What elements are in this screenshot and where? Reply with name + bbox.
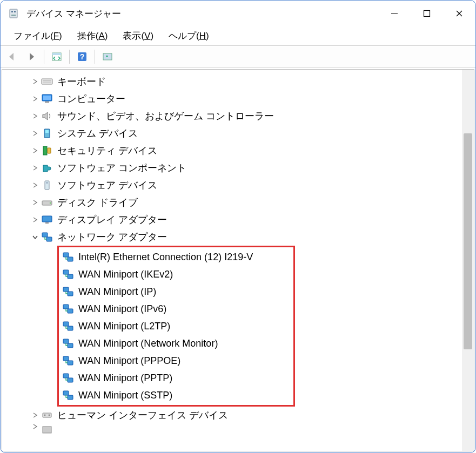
- tree-node-network[interactable]: ネットワーク アダプター: [4, 228, 462, 246]
- vertical-scrollbar[interactable]: [462, 70, 474, 451]
- keyboard-icon: [41, 76, 53, 87]
- tree-node-display[interactable]: ディスプレイ アダプター: [4, 211, 462, 228]
- maximize-button[interactable]: [411, 1, 443, 26]
- menu-help[interactable]: ヘルプ(H): [161, 26, 217, 45]
- tree-node-security[interactable]: セキュリティ デバイス: [4, 142, 462, 159]
- device-icon: [41, 424, 53, 434]
- disk-icon: [41, 197, 53, 208]
- tree-node-disk[interactable]: ディスク ドライブ: [4, 194, 462, 211]
- tree-label: ヒューマン インターフェイス デバイス: [57, 409, 228, 422]
- chevron-right-icon[interactable]: [30, 200, 40, 205]
- tree-node-adapter[interactable]: WAN Miniport (IPv6): [59, 300, 293, 317]
- tree-label: ディスプレイ アダプター: [57, 213, 167, 226]
- display-icon: [41, 214, 53, 226]
- svg-rect-13: [42, 79, 52, 84]
- tree-node-computer[interactable]: コンピューター: [4, 90, 462, 107]
- tree-label: セキュリティ デバイス: [57, 144, 157, 157]
- adapter-icon: [62, 355, 74, 367]
- tree-label: Intel(R) Ethernet Connection (12) I219-V: [78, 252, 253, 263]
- adapter-icon: [62, 320, 74, 332]
- chevron-right-icon[interactable]: [30, 96, 40, 102]
- tree-label: WAN Miniport (IP): [78, 286, 156, 298]
- menu-file[interactable]: ファイル(F): [6, 26, 70, 45]
- device-tree[interactable]: キーボード コンピューター サウンド、ビデオ、およびゲーム コントローラー シス…: [2, 70, 462, 451]
- highlighted-region: Intel(R) Ethernet Connection (12) I219-V…: [57, 246, 295, 407]
- tree-node-adapter[interactable]: WAN Miniport (IKEv2): [59, 266, 293, 283]
- chevron-right-icon[interactable]: [30, 217, 40, 222]
- chevron-right-icon[interactable]: [30, 131, 40, 136]
- tree-node-system[interactable]: システム デバイス: [4, 125, 462, 142]
- chevron-right-icon[interactable]: [30, 113, 40, 119]
- tree-node-hid[interactable]: ヒューマン インターフェイス デバイス: [4, 407, 462, 424]
- svg-rect-22: [48, 148, 51, 153]
- tree-node-adapter[interactable]: WAN Miniport (PPTP): [59, 369, 293, 387]
- adapter-icon: [62, 303, 74, 315]
- toolbar-sep: [44, 50, 44, 64]
- chevron-right-icon[interactable]: [30, 424, 40, 429]
- svg-rect-34: [68, 274, 73, 279]
- close-button[interactable]: [443, 1, 475, 26]
- tree-node-softdev[interactable]: ソフトウェア デバイス: [4, 177, 462, 194]
- softdev-icon: [41, 179, 53, 191]
- svg-rect-0: [10, 9, 17, 18]
- content-area: キーボード コンピューター サウンド、ビデオ、およびゲーム コントローラー シス…: [1, 67, 475, 452]
- svg-rect-9: [52, 53, 61, 55]
- svg-rect-49: [43, 413, 51, 417]
- tree-node-partial[interactable]: [4, 424, 462, 434]
- help-button[interactable]: ?: [74, 49, 90, 65]
- tree-node-adapter[interactable]: WAN Miniport (IP): [59, 283, 293, 300]
- adapter-icon: [62, 372, 74, 384]
- chevron-right-icon[interactable]: [30, 165, 40, 171]
- scrollbar-thumb[interactable]: [464, 133, 472, 349]
- svg-rect-47: [63, 391, 69, 395]
- tree-label: ソフトウェア デバイス: [57, 179, 157, 192]
- speaker-icon: [41, 110, 53, 122]
- menu-action[interactable]: 操作(A): [70, 26, 116, 45]
- menu-view[interactable]: 表示(V): [115, 26, 161, 45]
- svg-point-50: [44, 415, 46, 416]
- tree-node-adapter[interactable]: WAN Miniport (SSTP): [59, 387, 293, 404]
- svg-rect-41: [63, 339, 69, 343]
- tree-node-keyboard[interactable]: キーボード: [4, 73, 462, 90]
- tree-node-adapter[interactable]: WAN Miniport (L2TP): [59, 317, 293, 335]
- tree-node-adapter[interactable]: Intel(R) Ethernet Connection (12) I219-V: [59, 248, 293, 266]
- forward-button[interactable]: [23, 49, 39, 65]
- svg-rect-43: [63, 356, 69, 361]
- back-button[interactable]: [4, 49, 20, 65]
- svg-rect-32: [68, 257, 73, 261]
- svg-rect-5: [424, 11, 430, 17]
- properties-button[interactable]: [49, 49, 65, 65]
- svg-rect-39: [63, 322, 69, 326]
- tree-node-component[interactable]: ソフトウェア コンポーネント: [4, 159, 462, 177]
- svg-rect-3: [11, 15, 16, 16]
- svg-rect-29: [42, 233, 48, 237]
- scan-hardware-button[interactable]: [99, 49, 116, 65]
- tree-node-sound[interactable]: サウンド、ビデオ、およびゲーム コントローラー: [4, 107, 462, 125]
- tree-node-adapter[interactable]: WAN Miniport (Network Monitor): [59, 335, 293, 352]
- computer-icon: [41, 93, 53, 105]
- chevron-right-icon[interactable]: [30, 182, 40, 188]
- svg-rect-35: [63, 287, 69, 292]
- tree-label: ネットワーク アダプター: [57, 231, 167, 244]
- system-icon: [41, 127, 53, 139]
- tree-label: コンピューター: [57, 92, 125, 105]
- svg-rect-52: [43, 427, 51, 433]
- svg-rect-46: [68, 378, 73, 382]
- titlebar[interactable]: デバイス マネージャー: [1, 1, 475, 26]
- minimize-button[interactable]: [378, 1, 411, 26]
- chevron-right-icon[interactable]: [30, 79, 40, 84]
- tree-node-adapter[interactable]: WAN Miniport (PPPOE): [59, 352, 293, 369]
- svg-rect-44: [68, 361, 73, 365]
- tree-label: WAN Miniport (Network Monitor): [78, 338, 218, 349]
- svg-rect-45: [63, 374, 69, 378]
- chevron-right-icon[interactable]: [30, 413, 40, 418]
- adapter-icon: [62, 337, 74, 349]
- menubar: ファイル(F) 操作(A) 表示(V) ヘルプ(H): [1, 26, 475, 46]
- toolbar-sep: [69, 50, 70, 64]
- window-title: デバイス マネージャー: [26, 8, 378, 20]
- svg-rect-2: [14, 11, 16, 12]
- tree-label: WAN Miniport (PPPOE): [78, 355, 180, 367]
- security-icon: [41, 145, 53, 157]
- chevron-down-icon[interactable]: [30, 234, 40, 240]
- chevron-right-icon[interactable]: [30, 148, 40, 153]
